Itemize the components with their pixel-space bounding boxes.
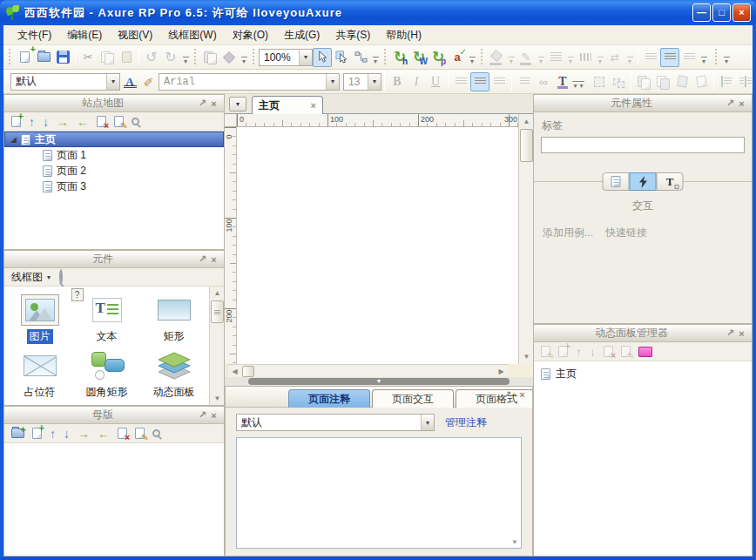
insert-link-button[interactable]: ∞ bbox=[534, 72, 553, 91]
toolbar-grip[interactable] bbox=[8, 49, 12, 66]
close-icon[interactable]: × bbox=[208, 98, 219, 109]
rename-panel-button[interactable]: ✎ bbox=[621, 346, 631, 357]
widget-image[interactable]: ? 图片 bbox=[6, 290, 73, 346]
popout-icon[interactable]: ↗ bbox=[197, 98, 208, 109]
bullet-list-button[interactable] bbox=[515, 72, 534, 91]
add-case-link[interactable]: 添加用例... bbox=[543, 226, 593, 240]
add-folder-button[interactable]: + bbox=[11, 428, 24, 438]
move-down-button[interactable]: ↓ bbox=[64, 427, 70, 441]
arrow-style-dropdown[interactable]: ▾ bbox=[624, 48, 635, 67]
toolbar-overflow-button[interactable]: ▾ bbox=[467, 48, 477, 67]
menu-wireframe[interactable]: 线框图(W) bbox=[161, 25, 223, 45]
widget-rectangle[interactable]: 矩形 bbox=[140, 290, 207, 346]
send-backward-button[interactable] bbox=[692, 72, 711, 91]
align-center-edges-button[interactable] bbox=[736, 72, 755, 91]
align-left-button[interactable] bbox=[451, 72, 470, 91]
line-width-dropdown[interactable]: ▾ bbox=[565, 48, 576, 67]
undo-button[interactable]: ↺ bbox=[142, 48, 161, 67]
toolbar-overflow-button[interactable]: ▾ bbox=[180, 48, 191, 67]
canvas-horizontal-scrollbar[interactable]: ◀ ▶ bbox=[228, 364, 508, 377]
fill-color-button[interactable] bbox=[487, 48, 506, 67]
toolbar-grip[interactable] bbox=[480, 49, 484, 66]
move-up-button[interactable]: ↑ bbox=[29, 115, 35, 129]
search-icon[interactable] bbox=[59, 271, 63, 283]
delete-page-button[interactable]: × bbox=[97, 116, 106, 127]
search-icon[interactable] bbox=[132, 118, 139, 125]
redo-button[interactable]: ↻ bbox=[161, 48, 180, 67]
panel-manager-item-home[interactable]: 主页 bbox=[534, 365, 752, 383]
widget-style-select[interactable]: 默认 ▾ bbox=[10, 73, 120, 91]
arrow-style-button[interactable]: ⇄ bbox=[605, 48, 624, 67]
move-down-button[interactable]: ↓ bbox=[590, 345, 596, 359]
bottom-panel-splitter[interactable]: ▼ bbox=[225, 377, 533, 386]
scrollbar-thumb[interactable] bbox=[211, 300, 224, 323]
generate-word-button[interactable]: ↻W bbox=[409, 48, 429, 67]
line-width-button[interactable] bbox=[546, 48, 565, 67]
menu-edit[interactable]: 编辑(E) bbox=[60, 25, 109, 45]
indent-button[interactable]: → bbox=[78, 427, 90, 441]
font-size-select[interactable]: 13 ▾ bbox=[343, 73, 381, 91]
line-color-dropdown[interactable]: ▾ bbox=[536, 48, 546, 67]
new-page-button[interactable]: + bbox=[15, 48, 34, 67]
move-up-button[interactable]: ↑ bbox=[50, 427, 56, 441]
toolbar-overflow-button[interactable]: ▾ bbox=[721, 48, 732, 67]
expander-icon[interactable]: ◢ bbox=[10, 135, 17, 144]
outdent-button[interactable]: ← bbox=[98, 427, 110, 441]
widget-label-input[interactable] bbox=[541, 137, 745, 153]
sitemap-item-home[interactable]: ◢ 主页 bbox=[4, 132, 224, 147]
popout-icon[interactable]: ↗ bbox=[502, 389, 513, 401]
note-field-select[interactable]: 默认 ▾ bbox=[236, 414, 435, 431]
close-icon[interactable]: × bbox=[736, 328, 747, 339]
quick-links-label[interactable]: 快速链接 bbox=[605, 226, 647, 240]
design-canvas[interactable] bbox=[237, 127, 518, 364]
close-icon[interactable]: × bbox=[208, 410, 219, 421]
menu-help[interactable]: 帮助(H) bbox=[379, 25, 429, 45]
toolbar-grip[interactable] bbox=[714, 49, 719, 66]
delete-panel-button[interactable]: × bbox=[604, 346, 613, 357]
paste-button[interactable] bbox=[117, 48, 136, 67]
scroll-up-icon[interactable]: ▲ bbox=[211, 287, 224, 299]
text-color-button[interactable]: T bbox=[553, 72, 572, 91]
generate-spec-button[interactable]: ↻p bbox=[429, 48, 448, 67]
toolbar-overflow-button[interactable]: ▾ bbox=[239, 48, 249, 67]
select-contained-tool-button[interactable] bbox=[332, 48, 351, 67]
scroll-up-icon[interactable]: ▲ bbox=[520, 116, 533, 127]
tab-interactions[interactable] bbox=[630, 172, 657, 191]
send-to-back-button[interactable] bbox=[653, 72, 672, 91]
edit-styles-button[interactable]: A bbox=[120, 72, 139, 91]
scrollbar-thumb[interactable] bbox=[520, 129, 533, 162]
maximize-button[interactable]: □ bbox=[712, 3, 731, 22]
popout-icon[interactable]: ↗ bbox=[725, 327, 736, 339]
tab-close-icon[interactable]: × bbox=[311, 100, 316, 111]
apply-style-button[interactable] bbox=[219, 48, 239, 67]
align-text-center-button[interactable] bbox=[660, 48, 679, 67]
underline-button[interactable]: U bbox=[426, 72, 445, 91]
bring-to-front-button[interactable] bbox=[634, 72, 653, 91]
scroll-down-icon[interactable]: ▼ bbox=[520, 351, 533, 362]
zoom-select[interactable]: 100% ▾ bbox=[259, 49, 313, 66]
toolbar-overflow-button[interactable]: ▾ bbox=[699, 48, 709, 67]
add-master-button[interactable]: + bbox=[32, 428, 42, 439]
scroll-down-icon[interactable]: ▼ bbox=[211, 393, 224, 404]
close-button[interactable]: × bbox=[732, 3, 751, 22]
scroll-right-icon[interactable]: ▶ bbox=[496, 366, 507, 377]
menu-share[interactable]: 共享(S) bbox=[328, 25, 377, 45]
spellcheck-button[interactable]: a✓ bbox=[448, 48, 467, 67]
align-text-right-button[interactable] bbox=[679, 48, 699, 67]
splitter-handle[interactable]: ▼ bbox=[248, 378, 510, 385]
align-center-button[interactable] bbox=[470, 72, 489, 91]
edit-panel-button[interactable]: ✎ bbox=[541, 346, 550, 357]
toolbar-overflow-button[interactable]: ▾ bbox=[370, 48, 381, 67]
align-text-left-button[interactable] bbox=[641, 48, 660, 67]
menu-file[interactable]: 文件(F) bbox=[10, 25, 58, 45]
group-button[interactable] bbox=[590, 72, 609, 91]
popout-icon[interactable]: ↗ bbox=[197, 409, 208, 421]
close-icon[interactable]: × bbox=[736, 98, 747, 109]
popout-icon[interactable]: ↗ bbox=[197, 253, 208, 265]
widgets-scrollbar[interactable]: ▲ ▼ bbox=[209, 287, 224, 405]
sitemap-item-page1[interactable]: 页面 1 bbox=[4, 147, 224, 163]
indent-button[interactable]: → bbox=[57, 115, 69, 129]
outdent-button[interactable]: ← bbox=[77, 115, 89, 129]
tab-page-notes[interactable]: 页面注释 bbox=[288, 389, 370, 408]
manage-notes-link[interactable]: 管理注释 bbox=[445, 415, 487, 430]
